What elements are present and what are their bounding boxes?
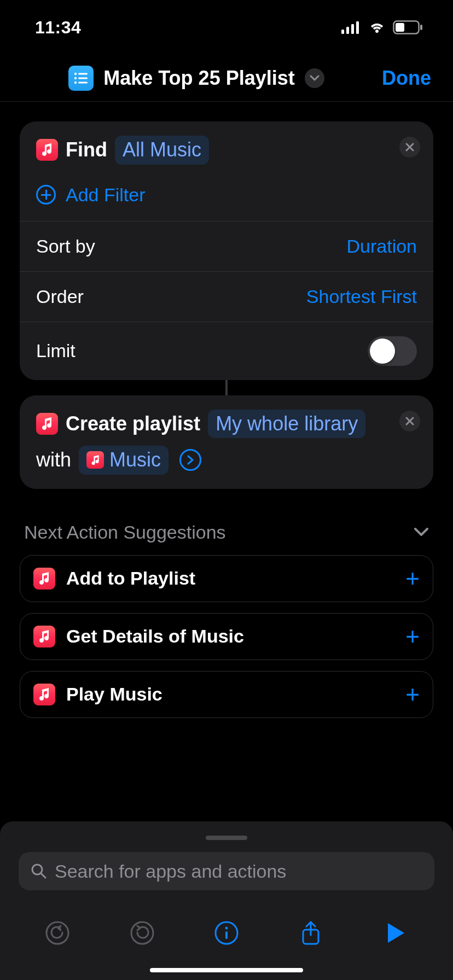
- order-label: Order: [36, 286, 84, 307]
- svg-marker-22: [388, 923, 404, 943]
- search-panel: Search for apps and actions: [0, 821, 453, 907]
- music-app-icon: [36, 413, 58, 435]
- remove-action-button[interactable]: [399, 137, 420, 158]
- create-playlist-label: Create playlist: [66, 411, 200, 438]
- action-connector: [225, 380, 228, 395]
- add-filter-button[interactable]: Add Filter: [20, 179, 433, 221]
- music-app-icon: [36, 139, 58, 161]
- limit-label: Limit: [36, 340, 76, 361]
- wifi-icon: [368, 21, 386, 34]
- undo-icon: [45, 920, 70, 946]
- svg-point-16: [131, 922, 153, 944]
- page-title[interactable]: Make Top 25 Playlist: [103, 67, 294, 90]
- share-icon: [300, 920, 322, 946]
- svg-rect-10: [78, 77, 88, 79]
- limit-row: Limit: [20, 322, 433, 380]
- playlist-name-token[interactable]: My whole library: [208, 410, 365, 439]
- svg-rect-2: [351, 24, 354, 34]
- add-filter-label: Add Filter: [66, 184, 146, 206]
- search-icon: [31, 863, 47, 879]
- suggestion-item[interactable]: Play Music +: [20, 671, 433, 718]
- suggestion-item[interactable]: Get Details of Music +: [20, 613, 433, 660]
- suggestions-header[interactable]: Next Action Suggestions: [20, 489, 433, 555]
- find-scope-token[interactable]: All Music: [115, 136, 209, 165]
- suggestion-label: Get Details of Music: [66, 626, 394, 647]
- action-find-header[interactable]: Find All Music: [20, 121, 433, 179]
- action-find-music-card: Find All Music Add Filter Sort by Durati…: [20, 121, 433, 380]
- battery-icon: [393, 20, 423, 34]
- order-value[interactable]: Shortest First: [306, 286, 417, 307]
- shortcut-list-icon: [68, 66, 94, 91]
- undo-button[interactable]: [43, 919, 72, 947]
- with-label: with: [36, 447, 71, 474]
- add-suggestion-button[interactable]: +: [405, 682, 420, 707]
- svg-point-7: [74, 72, 77, 74]
- order-row[interactable]: Order Shortest First: [20, 271, 433, 322]
- suggestions-title: Next Action Suggestions: [24, 522, 226, 543]
- source-token-label: Music: [109, 447, 161, 474]
- svg-rect-8: [78, 73, 88, 74]
- action-options-button[interactable]: [179, 449, 201, 471]
- redo-icon: [130, 920, 155, 946]
- search-input[interactable]: Search for apps and actions: [19, 852, 434, 890]
- svg-rect-12: [78, 81, 88, 83]
- plus-circle-icon: [36, 185, 56, 205]
- playlist-source-token[interactable]: Music: [79, 446, 169, 475]
- close-icon: [405, 142, 415, 152]
- redo-button[interactable]: [128, 919, 156, 947]
- play-icon: [385, 921, 406, 945]
- svg-point-15: [47, 922, 68, 944]
- done-button[interactable]: Done: [382, 67, 431, 90]
- status-bar: 11:34: [0, 0, 453, 55]
- title-chevron-button[interactable]: [305, 68, 324, 88]
- share-button[interactable]: [297, 919, 325, 947]
- panel-grabber[interactable]: [206, 836, 247, 840]
- svg-rect-19: [225, 931, 228, 939]
- chevron-down-icon: [310, 75, 320, 81]
- sort-by-value[interactable]: Duration: [346, 236, 417, 257]
- navigation-bar: Make Top 25 Playlist Done: [0, 55, 453, 102]
- add-suggestion-button[interactable]: +: [405, 625, 420, 649]
- run-button[interactable]: [381, 919, 410, 947]
- svg-line-14: [41, 873, 45, 878]
- svg-rect-6: [420, 25, 422, 30]
- svg-rect-3: [356, 21, 359, 34]
- chevron-down-icon: [414, 527, 429, 537]
- home-indicator[interactable]: [150, 968, 303, 972]
- music-app-icon: [33, 568, 55, 590]
- svg-point-18: [225, 927, 228, 930]
- svg-point-9: [74, 77, 77, 79]
- svg-point-11: [74, 81, 77, 83]
- action-create-header[interactable]: Create playlist My whole library with Mu…: [20, 395, 433, 489]
- action-create-playlist-card: Create playlist My whole library with Mu…: [20, 395, 433, 489]
- suggestion-item[interactable]: Add to Playlist +: [20, 555, 433, 602]
- signal-icon: [341, 21, 361, 34]
- info-button[interactable]: [212, 919, 241, 947]
- add-suggestion-button[interactable]: +: [405, 567, 420, 591]
- music-app-icon: [33, 626, 55, 648]
- status-indicators: [341, 20, 423, 34]
- chevron-right-icon: [187, 455, 194, 465]
- search-placeholder: Search for apps and actions: [55, 861, 286, 882]
- info-icon: [214, 920, 239, 946]
- status-time: 11:34: [35, 18, 81, 38]
- music-app-icon: [86, 451, 104, 469]
- suggestion-label: Add to Playlist: [66, 568, 394, 589]
- svg-rect-0: [341, 30, 344, 34]
- find-label: Find: [66, 137, 107, 164]
- svg-rect-1: [346, 27, 349, 34]
- sort-by-label: Sort by: [36, 236, 95, 257]
- suggestion-label: Play Music: [66, 684, 394, 705]
- remove-action-button[interactable]: [399, 411, 420, 431]
- limit-toggle[interactable]: [368, 336, 417, 366]
- music-app-icon: [33, 684, 55, 705]
- svg-rect-5: [396, 23, 404, 32]
- sort-by-row[interactable]: Sort by Duration: [20, 221, 433, 271]
- close-icon: [405, 416, 415, 426]
